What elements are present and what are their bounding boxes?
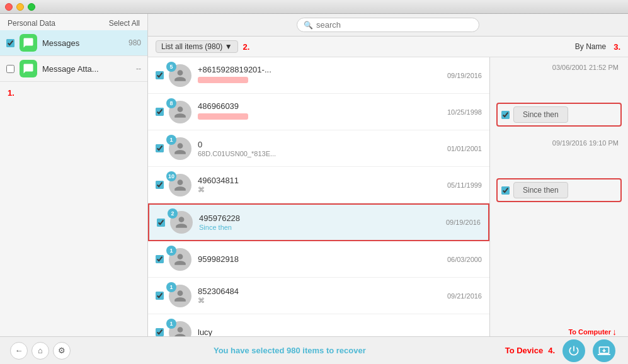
restore-to-device-button[interactable] — [562, 339, 585, 362]
contact-info: 496034811 ⌘ — [198, 176, 442, 194]
home-button[interactable]: ⌂ — [31, 342, 49, 360]
select-all-button[interactable]: Select All — [109, 19, 140, 28]
contact-date: 09/19/2016 — [446, 219, 481, 226]
since-then-option-1: Since then — [496, 103, 622, 127]
message-item[interactable]: 8 486966039 10/25/1998 — [148, 94, 489, 130]
sort-button[interactable]: By Name 3. — [575, 42, 620, 52]
message-item[interactable]: 10 496034811 ⌘ 05/11/1999 — [148, 167, 489, 203]
minimize-button[interactable] — [16, 3, 24, 11]
sidebar-header: Personal Data Select All — [0, 14, 147, 30]
item-checkbox[interactable] — [156, 328, 164, 336]
contact-sub: ⌘ — [198, 186, 442, 194]
step-1-label: 1. — [8, 88, 14, 98]
contact-name: 496034811 — [198, 176, 442, 185]
since-then-checkbox-2[interactable] — [501, 186, 510, 195]
avatar: 1 — [169, 321, 191, 337]
search-icon: 🔍 — [304, 21, 313, 30]
main-container: Personal Data Select All Messages 980 Me… — [0, 14, 628, 336]
avatar: 5 — [169, 64, 191, 87]
badge: 10 — [166, 171, 176, 181]
list-header: List all items (980) ▼ 2. By Name 3. — [148, 37, 628, 57]
messages-count: 980 — [128, 38, 141, 47]
search-input[interactable] — [316, 20, 472, 30]
item-checkbox[interactable] — [156, 71, 164, 79]
badge: 1 — [166, 282, 176, 292]
contact-date: 09/21/2016 — [447, 292, 482, 300]
back-button[interactable]: ← — [10, 342, 28, 360]
contact-name: lucy — [198, 327, 477, 336]
to-computer-label: To Computer — [568, 328, 611, 336]
contact-name: 486966039 — [198, 101, 442, 111]
message-item[interactable]: 5 +8615928819201-... 09/19/2016 — [148, 57, 489, 94]
item-checkbox[interactable] — [156, 255, 164, 263]
badge: 1 — [166, 246, 176, 256]
sidebar-item-message-attachments[interactable]: Message Atta... -- — [0, 56, 147, 82]
contact-info: lucy — [198, 327, 477, 336]
avatar: 10 — [169, 174, 191, 196]
message-item-highlighted[interactable]: 2 495976228 Since then 09/19/2016 — [148, 203, 489, 241]
sidebar: Personal Data Select All Messages 980 Me… — [0, 14, 148, 336]
avatar: 1 — [169, 248, 191, 271]
contact-date: 05/11/1999 — [447, 181, 482, 189]
contact-sub: 68D.C01USN00_*813E... — [198, 150, 442, 157]
badge: 1 — [166, 135, 176, 145]
contact-name: 959982918 — [198, 254, 442, 264]
item-checkbox[interactable] — [156, 292, 164, 300]
message-item[interactable]: 1 0 68D.C01USN00_*813E... 01/01/2001 — [148, 130, 489, 167]
contact-info: 852306484 ⌘ — [198, 287, 442, 305]
badge: 1 — [166, 319, 176, 329]
since-then-option-2: Since then — [496, 178, 622, 202]
since-then-button-2[interactable]: Since then — [513, 182, 568, 198]
title-bar — [0, 0, 628, 14]
contact-info: 959982918 — [198, 254, 442, 264]
blurred-content — [198, 113, 248, 120]
maximize-button[interactable] — [28, 3, 35, 11]
settings-button[interactable]: ⚙ — [53, 342, 71, 360]
right-panel: 03/06/2001 21:52 PM Since then 09/19/201… — [489, 57, 628, 336]
contact-info: 486966039 — [198, 101, 442, 122]
message-attachments-icon — [20, 60, 37, 77]
contact-info: 0 68D.C01USN00_*813E... — [198, 140, 442, 157]
contact-info: 495976228 Since then — [199, 213, 441, 231]
contact-sub: ⌘ — [198, 297, 442, 305]
contact-date: 10/25/1998 — [447, 108, 482, 116]
message-attachments-label: Message Atta... — [42, 64, 136, 74]
sidebar-item-messages[interactable]: Messages 980 — [0, 30, 147, 56]
avatar: 1 — [169, 137, 191, 160]
item-checkbox[interactable] — [156, 108, 164, 116]
bottom-bar: ← ⌂ ⚙ You have selected 980 items to rec… — [0, 336, 628, 364]
contact-date: 01/01/2001 — [447, 145, 482, 152]
sort-label: By Name — [575, 42, 606, 51]
step-3-label: 3. — [614, 42, 620, 52]
message-item[interactable]: 1 959982918 06/03/2000 — [148, 241, 489, 278]
restore-to-computer-button[interactable] — [593, 339, 615, 362]
list-all-button[interactable]: List all items (980) ▼ — [156, 40, 238, 53]
item-checkbox[interactable] — [156, 144, 164, 152]
step-1-area: 1. — [0, 82, 147, 103]
contact-name: 852306484 — [198, 287, 442, 296]
contact-name: +8615928819201-... — [198, 65, 442, 74]
message-list: 5 +8615928819201-... 09/19/2016 8 — [148, 57, 489, 336]
messages-label: Messages — [42, 38, 128, 48]
message-attachments-count: -- — [136, 64, 141, 73]
contact-date: 06/03/2000 — [447, 256, 482, 263]
item-checkbox[interactable] — [156, 181, 164, 189]
step-4-label: 4. — [548, 346, 555, 355]
avatar: 2 — [170, 211, 193, 234]
message-item[interactable]: 1 lucy — [148, 314, 489, 336]
blurred-content — [198, 77, 248, 83]
list-all-label: List all items (980) — [161, 42, 222, 51]
since-then-checkbox-1[interactable] — [501, 111, 510, 119]
badge: 8 — [166, 98, 176, 108]
status-text: You have selected 980 items to recover — [74, 346, 505, 355]
contact-since-then: Since then — [199, 224, 441, 231]
avatar: 1 — [169, 285, 191, 307]
step-2-label: 2. — [243, 42, 250, 52]
close-button[interactable] — [5, 3, 13, 11]
messages-app-icon — [20, 34, 37, 52]
since-then-button-1[interactable]: Since then — [513, 106, 568, 123]
message-item[interactable]: 1 852306484 ⌘ 09/21/2016 — [148, 278, 489, 314]
messages-checkbox[interactable] — [6, 39, 14, 47]
item-checkbox[interactable] — [157, 219, 165, 227]
message-attachments-checkbox[interactable] — [6, 65, 14, 73]
